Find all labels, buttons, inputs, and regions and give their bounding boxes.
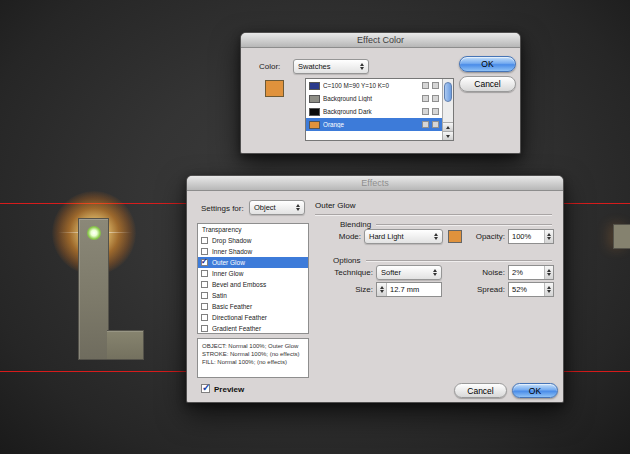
effect-checkbox[interactable] — [201, 248, 208, 255]
swatch-name: Background Light — [323, 95, 419, 102]
swatch-list-scrollbar[interactable] — [442, 79, 453, 140]
size-label: Size: — [313, 285, 373, 294]
opacity-field[interactable]: 100% — [508, 229, 554, 244]
swatch-row-selected[interactable]: Orange — [306, 118, 442, 131]
spread-stepper[interactable] — [544, 283, 553, 296]
effect-row[interactable]: Inner Shadow — [198, 246, 308, 257]
swatch-color-chip — [309, 95, 320, 103]
glow-color-swatch[interactable] — [448, 230, 462, 243]
effect-checkbox[interactable] — [201, 237, 208, 244]
effect-label: Outer Glow — [212, 259, 245, 266]
swatch-color-chip — [309, 108, 320, 116]
swatch-name: C=100 M=90 Y=10 K=0 — [323, 82, 419, 89]
effect-row[interactable]: Bevel and Emboss — [198, 279, 308, 290]
swatch-color-chip — [309, 82, 320, 90]
color-mode-icon — [422, 95, 429, 102]
letter-base[interactable] — [107, 330, 144, 360]
effect-color-dialog: Effect Color Color: Swatches OK Cancel C… — [240, 32, 521, 154]
effect-checkbox[interactable] — [201, 281, 208, 288]
mode-popup[interactable]: Hard Light — [364, 229, 443, 244]
preview-label: Preview — [214, 385, 244, 394]
section-rule — [376, 224, 552, 225]
effect-label: Gradient Feather — [212, 325, 261, 332]
effects-list-header[interactable]: Transparency — [198, 224, 308, 235]
opacity-label: Opacity: — [463, 232, 505, 241]
summary-line: FILL: Normal 100%; (no effects) — [202, 358, 304, 366]
effects-dialog: Effects Settings for: Object Outer Glow … — [186, 175, 564, 403]
swatch-row[interactable]: C=100 M=90 Y=10 K=0 — [306, 79, 442, 92]
spread-value: 52% — [509, 283, 544, 296]
spread-field[interactable]: 52% — [508, 282, 554, 297]
effect-checkbox[interactable] — [201, 325, 208, 332]
opacity-stepper[interactable] — [544, 230, 553, 243]
settings-for-value: Object — [254, 203, 276, 212]
section-rule — [366, 260, 552, 261]
effect-row[interactable]: Basic Feather — [198, 301, 308, 312]
effect-label: Inner Shadow — [212, 248, 252, 255]
effect-checkbox[interactable] — [201, 270, 208, 277]
swatches-popup[interactable]: Swatches — [293, 59, 369, 74]
swatch-row[interactable]: Background Light — [306, 92, 442, 105]
popup-arrows-icon — [293, 204, 300, 211]
effect-row[interactable]: Inner Glow — [198, 268, 308, 279]
color-label: Color: — [259, 62, 280, 71]
spread-label: Spread: — [463, 285, 505, 294]
opacity-value: 100% — [509, 230, 544, 243]
effect-row[interactable]: Satin — [198, 290, 308, 301]
noise-label: Noise: — [463, 268, 505, 277]
effect-row-selected[interactable]: Outer Glow — [198, 257, 308, 268]
technique-popup[interactable]: Softer — [376, 265, 442, 280]
swatches-popup-value: Swatches — [298, 62, 331, 71]
color-preview-swatch — [265, 80, 284, 97]
popup-arrows-icon — [431, 233, 438, 240]
size-field[interactable]: 12.7 mm — [376, 282, 442, 297]
swatch-type-icon — [432, 108, 439, 115]
effect-label: Inner Glow — [212, 270, 243, 277]
scrollbar-thumb[interactable] — [444, 82, 452, 102]
indesign-canvas: Effect Color Color: Swatches OK Cancel C… — [0, 0, 630, 454]
noise-stepper[interactable] — [544, 266, 553, 279]
blending-section-header: Blending — [340, 220, 552, 229]
effect-label: Satin — [212, 292, 227, 299]
noise-field[interactable]: 2% — [508, 265, 554, 280]
mode-value: Hard Light — [369, 232, 404, 241]
mode-label: Mode: — [321, 232, 361, 241]
swatch-name: Orange — [323, 121, 419, 128]
panel-title: Outer Glow — [315, 201, 355, 210]
effects-titlebar[interactable]: Effects — [187, 176, 563, 191]
swatch-name: Background Dark — [323, 108, 419, 115]
size-stepper[interactable] — [377, 283, 387, 296]
effect-checkbox[interactable] — [201, 303, 208, 310]
scroll-up-icon[interactable] — [443, 122, 453, 131]
settings-for-label: Settings for: — [201, 204, 244, 213]
effect-checkbox[interactable] — [201, 314, 208, 321]
partial-letter[interactable] — [613, 224, 630, 249]
effect-color-titlebar[interactable]: Effect Color — [241, 33, 520, 48]
swatch-type-icon — [432, 95, 439, 102]
size-value: 12.7 mm — [387, 283, 441, 296]
ok-button[interactable]: OK — [459, 56, 516, 72]
effect-row[interactable]: Directional Feather — [198, 312, 308, 323]
swatch-type-icon — [432, 121, 439, 128]
effect-label: Transparency — [202, 226, 242, 233]
glow-center-dot — [87, 226, 101, 240]
settings-for-popup[interactable]: Object — [249, 200, 305, 215]
effect-label: Directional Feather — [212, 314, 267, 321]
swatch-list: C=100 M=90 Y=10 K=0 Background Light Bac… — [305, 78, 454, 141]
applied-effects-summary: OBJECT: Normal 100%; Outer Glow STROKE: … — [197, 338, 309, 378]
popup-arrows-icon — [357, 63, 364, 70]
cancel-button[interactable]: Cancel — [454, 383, 507, 398]
effect-checkbox-checked[interactable] — [201, 259, 208, 266]
effects-list: Transparency Drop Shadow Inner Shadow Ou… — [197, 223, 309, 334]
ok-button[interactable]: OK — [512, 383, 558, 398]
technique-value: Softer — [381, 268, 401, 277]
summary-line: STROKE: Normal 100%; (no effects) — [202, 350, 304, 358]
scroll-down-icon[interactable] — [443, 131, 453, 140]
swatch-color-chip — [309, 121, 320, 129]
swatch-row[interactable]: Background Dark — [306, 105, 442, 118]
effect-checkbox[interactable] — [201, 292, 208, 299]
effect-row[interactable]: Drop Shadow — [198, 235, 308, 246]
cancel-button[interactable]: Cancel — [459, 76, 516, 92]
preview-checkbox[interactable] — [201, 384, 210, 393]
effect-row[interactable]: Gradient Feather — [198, 323, 308, 334]
